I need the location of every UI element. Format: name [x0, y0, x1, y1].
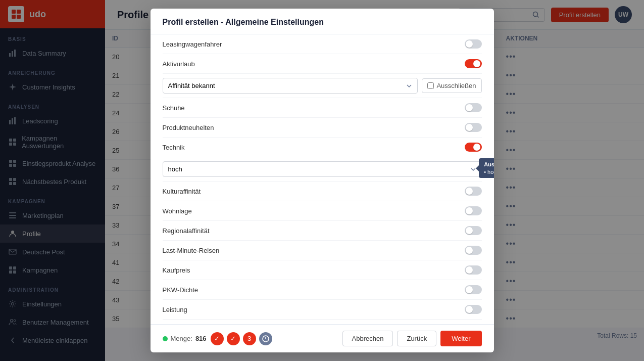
toggle-row-leasingwagenfahrer: Leasingwagenfahrer: [163, 34, 482, 54]
toggle-row-schuhe: Schuhe: [163, 98, 482, 118]
toggle-label-produktneuheiten: Produktneuheiten: [163, 124, 214, 131]
step-4: [259, 332, 272, 345]
toggle-row-produktneuheiten: Produktneuheiten: [163, 118, 482, 138]
app-shell: udo BASIS Data Summary ANREICHERUNG Cust…: [0, 0, 644, 361]
toggle-technik[interactable]: [465, 143, 482, 152]
toggle-kulturaffinitaet[interactable]: [465, 187, 482, 196]
toggle-schuhe[interactable]: [465, 103, 482, 112]
step-1: ✓: [211, 332, 224, 345]
toggle-label-aktivurlaub: Aktivurlaub: [163, 60, 195, 68]
step-3: 3: [243, 332, 256, 345]
toggle-label-leasingwagenfahrer: Leasingwagenfahrer: [163, 40, 222, 48]
toggle-last-minute-reisen[interactable]: [465, 246, 482, 255]
toggle-label-wohnlage: Wohnlage: [163, 207, 192, 215]
toggle-row-wohnlage: Wohnlage: [163, 201, 482, 221]
toggle-kaufpreis[interactable]: [465, 265, 482, 275]
modal-title: Profil erstellen - Allgemeine Einstellun…: [163, 18, 482, 27]
modal: Profil erstellen - Allgemeine Einstellun…: [151, 9, 494, 352]
toggle-label-leistung: Leistung: [163, 306, 187, 313]
step-2: ✓: [227, 332, 240, 345]
toggle-row-technik: Technik: [163, 138, 482, 157]
toggle-row-kaufpreis: Kaufpreis: [163, 260, 482, 280]
toggle-wohnlage[interactable]: [465, 206, 482, 215]
toggle-leasingwagenfahrer[interactable]: [465, 39, 482, 49]
back-button[interactable]: Zurück: [397, 331, 436, 346]
dropdown-row-technik: niedrigmittelhochsehr hoch Ausgewählte M…: [163, 157, 482, 182]
toggle-row-mode-exklusiv: Mode exklusiv: [163, 320, 482, 324]
toggle-label-last-minute-reisen: Last-Minute-Reisen: [163, 247, 220, 254]
toggle-row-regionalaffinitaet: Regionalaffinität: [163, 221, 482, 241]
quantity-value: 816: [195, 335, 207, 342]
toggle-row-kulturaffinitaet: Kulturaffinität: [163, 182, 482, 201]
footer-left: Menge: 816 ✓ ✓ 3: [163, 332, 272, 345]
toggle-produktneuheiten[interactable]: [465, 123, 482, 132]
ausschliessen-label[interactable]: Ausschließen: [422, 78, 481, 93]
toggle-label-pkw-dichte: PKW-Dichte: [163, 286, 199, 294]
dropdown-row-affinitaet: Affinität bekanntAffinität unbekanntAlle…: [163, 74, 482, 98]
toggle-label-regionalaffinitaet: Regionalaffinität: [163, 227, 210, 235]
quantity-dot: [163, 336, 168, 341]
modal-footer: Menge: 816 ✓ ✓ 3 Abbrechen Zurück: [151, 324, 494, 352]
toggle-label-kulturaffinitaet: Kulturaffinität: [163, 188, 201, 195]
toggle-row-leistung: Leistung: [163, 300, 482, 320]
affinitaet-select[interactable]: Affinität bekanntAffinität unbekanntAlle: [163, 78, 418, 94]
cancel-button[interactable]: Abbrechen: [342, 331, 393, 346]
modal-header: Profil erstellen - Allgemeine Einstellun…: [151, 9, 494, 34]
toggle-row-aktivurlaub: Aktivurlaub: [163, 54, 482, 74]
modal-overlay: Profil erstellen - Allgemeine Einstellun…: [0, 0, 644, 361]
footer-right: Abbrechen Zurück Weiter: [342, 331, 482, 346]
toggle-row-last-minute-reisen: Last-Minute-Reisen: [163, 241, 482, 260]
tooltip-item: hoch: [484, 169, 493, 175]
step-indicators: ✓ ✓ 3: [211, 332, 272, 345]
toggle-row-pkw-dichte: PKW-Dichte: [163, 280, 482, 300]
ausschliessen-checkbox[interactable]: [427, 82, 434, 89]
toggle-pkw-dichte[interactable]: [465, 285, 482, 294]
toggle-leistung[interactable]: [465, 305, 482, 314]
next-button[interactable]: Weiter: [440, 331, 481, 346]
modal-body: Leasingwagenfahrer Aktivurlaub Affinität…: [151, 34, 494, 324]
quantity-label: Menge:: [171, 335, 192, 342]
technik-select[interactable]: niedrigmittelhochsehr hoch: [163, 161, 482, 177]
tooltip-title: Ausgewählte Merkmale:: [484, 161, 493, 167]
toggle-regionalaffinitaet[interactable]: [465, 226, 482, 235]
toggle-label-kaufpreis: Kaufpreis: [163, 266, 190, 274]
toggle-label-schuhe: Schuhe: [163, 104, 185, 112]
toggle-label-technik: Technik: [163, 144, 185, 151]
toggle-aktivurlaub[interactable]: [465, 59, 482, 68]
quantity-badge: Menge: 816: [163, 335, 207, 342]
